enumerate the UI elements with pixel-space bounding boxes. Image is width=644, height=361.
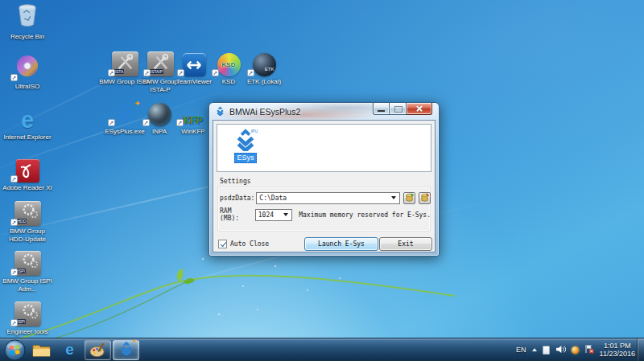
start-button[interactable] (2, 338, 27, 361)
icon-label: Internet Explorer (2, 133, 53, 142)
paint-palette-icon (89, 342, 107, 359)
auto-close-label: Auto Close (230, 240, 269, 248)
psdzdata-remove-button[interactable] (419, 192, 431, 204)
shortcut-arrow-icon (212, 69, 219, 76)
shortcut-arrow-icon (247, 69, 254, 76)
clock[interactable]: 1:01 PM 11/23/2016 (600, 342, 635, 359)
launch-esys-button[interactable]: Launch E-Sys (304, 237, 378, 251)
icon-label: BMW Group ISPI Adm... (2, 277, 53, 293)
icon-badge: ISTA/P (150, 69, 163, 74)
shortcut-arrow-icon (10, 319, 18, 326)
auto-close-checkbox[interactable] (218, 240, 227, 248)
ultraiso-disc-icon (15, 54, 39, 81)
icon-badge: ISPI (17, 269, 26, 273)
icon-label: UltraISO (2, 83, 53, 91)
desktop-icon-adobe-reader[interactable]: Adobe Reader XI (2, 154, 53, 192)
esys-profile-item[interactable]: IPU ESys (227, 128, 264, 163)
esys-logo-icon: IPU (232, 128, 259, 153)
esys-chevron-icon: ✦ (118, 341, 134, 359)
window-client-area: IPU ESys Settings psdzData: C:\Data (213, 120, 436, 252)
ram-combobox[interactable]: 1024 (255, 209, 292, 221)
windows-logo-icon (4, 339, 26, 361)
show-desktop-button[interactable] (637, 338, 644, 361)
database-add-icon (405, 193, 414, 203)
taskbar-explorer-button[interactable] (28, 340, 55, 360)
icon-label: BMW Group HDD-Update (2, 228, 53, 243)
desktop-icon-internet-explorer[interactable]: e Internet Explorer (2, 104, 53, 142)
desktop-icon-ultraiso[interactable]: UltraISO (2, 53, 53, 91)
ram-label: RAM (MB): (220, 207, 254, 222)
notes-tray-icon[interactable] (543, 346, 550, 355)
psdzdata-add-button[interactable] (403, 192, 415, 204)
desktop: Recycle Bin UltraISO e Internet Explorer (0, 0, 644, 361)
icon-label: ETK (Lokal) (238, 78, 290, 86)
folder-icon (32, 343, 51, 358)
window-app-icon[interactable] (215, 105, 225, 119)
action-center-flag-icon[interactable] (584, 344, 594, 355)
database-remove-icon (420, 193, 429, 203)
settings-heading: Settings (220, 178, 251, 185)
tray-date: 11/23/2016 (600, 350, 635, 359)
window-title: BMWAi ESysPlus2 (229, 107, 300, 117)
tray-time: 1:01 PM (600, 342, 635, 351)
close-button[interactable] (407, 103, 432, 115)
system-tray: EN 1:01 PM 11/23/2016 (516, 338, 644, 361)
icon-badge: HDD (17, 219, 27, 224)
exit-button[interactable]: Exit (379, 237, 432, 251)
internet-explorer-icon: e (65, 342, 74, 358)
icon-badge: ISPI (17, 319, 26, 324)
esys-profile-label: ESys (234, 153, 256, 163)
taskbar-esys-button[interactable]: ✦ (113, 340, 139, 360)
shortcut-arrow-icon (177, 69, 184, 76)
etk-disc-icon: ETK (253, 53, 276, 76)
desktop-icon-bmw-ispi-admin[interactable]: ISPI BMW Group ISPI Adm... (2, 248, 53, 293)
shortcut-arrow-icon (10, 74, 18, 81)
psdzdata-label: psdzData: (220, 195, 254, 202)
desktop-icon-engineer-tools[interactable]: ISPI Engineer tools (2, 298, 53, 336)
ram-value: 1024 (258, 211, 274, 219)
network-status-icon[interactable] (572, 347, 579, 354)
shortcut-arrow-icon (108, 119, 115, 126)
winkfp-icon: KFP (184, 115, 203, 126)
taskbar-ie-button[interactable]: e (56, 340, 83, 360)
shortcut-arrow-icon (142, 119, 150, 126)
maximize-button[interactable] (390, 103, 407, 115)
volume-icon[interactable] (555, 345, 566, 355)
esys-logo-superscript: IPU (251, 129, 258, 133)
icon-label: Adobe Reader XI (2, 184, 53, 192)
profile-listview[interactable]: IPU ESys (217, 124, 431, 172)
chevron-down-icon[interactable] (283, 213, 288, 216)
auto-close-option[interactable]: Auto Close (218, 240, 269, 248)
internet-explorer-icon: e (21, 108, 34, 132)
desktop-icon-bmw-hdd-update[interactable]: HDD BMW Group HDD-Update (2, 198, 53, 243)
adobe-reader-icon (16, 159, 39, 183)
bmw-ispi-admin-icon: ISPI (14, 251, 41, 276)
ksd-icon-text: KSD (222, 61, 236, 68)
engineer-tools-icon: ISPI (14, 302, 41, 326)
icon-label: Engineer tools (2, 328, 53, 336)
language-indicator[interactable]: EN (516, 346, 526, 354)
desktop-icon-etk-lokal[interactable]: ETK ETK (Lokal) (238, 48, 290, 86)
etk-icon-text: ETK (265, 67, 275, 72)
desktop-icon-recycle-bin[interactable]: Recycle Bin (2, 3, 53, 41)
show-hidden-icons-arrow[interactable] (532, 348, 537, 351)
icon-badge: ISTA (114, 69, 125, 74)
shortcut-arrow-icon (108, 69, 115, 76)
shortcut-arrow-icon (10, 175, 18, 183)
taskbar-paint-button[interactable] (85, 340, 111, 360)
bmw-hdd-update-icon: HDD (14, 201, 41, 226)
chevron-down-icon[interactable] (391, 196, 396, 199)
icon-label: Recycle Bin (2, 33, 53, 41)
shortcut-arrow-icon (10, 219, 18, 226)
shortcut-arrow-icon (176, 119, 184, 126)
esysplus-window: BMWAi ESysPlus2 IPU ESys (208, 102, 440, 256)
shortcut-arrow-icon (143, 69, 151, 76)
minimize-button[interactable] (373, 103, 390, 115)
plus-star-icon: ✦ (132, 338, 138, 345)
recycle-bin-icon (15, 2, 39, 31)
psdzdata-value: C:\Data (259, 195, 287, 202)
ram-hint: Maximum memory reserved for E-Sys. (299, 211, 431, 219)
psdzdata-combobox[interactable]: C:\Data (256, 192, 400, 204)
taskbar: e ✦ EN (0, 338, 644, 361)
ksd-disc-icon: KSD (217, 53, 241, 76)
